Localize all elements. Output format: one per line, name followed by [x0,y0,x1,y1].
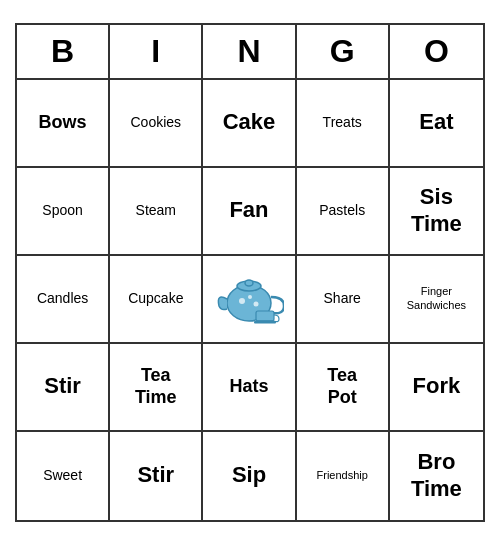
free-space [214,271,284,326]
bingo-card: B I N G O BowsCookiesCakeTreatsEatSpoonS… [15,23,485,522]
svg-point-4 [248,295,252,299]
bingo-cell-3: Treats [297,80,390,168]
cell-text-2: Cake [223,109,276,135]
cell-text-4: Eat [419,109,453,135]
bingo-cell-7: Fan [203,168,296,256]
cell-text-19: Fork [413,373,461,399]
bingo-cell-14: Finger Sandwiches [390,256,483,344]
cell-text-3: Treats [323,114,362,131]
svg-rect-8 [254,321,276,324]
bingo-cell-16: Tea Time [110,344,203,432]
bingo-cell-21: Stir [110,432,203,520]
bingo-cell-5: Spoon [17,168,110,256]
bingo-cell-18: Tea Pot [297,344,390,432]
bingo-cell-23: Friendship [297,432,390,520]
bingo-cell-12 [203,256,296,344]
cell-text-22: Sip [232,462,266,488]
cell-text-1: Cookies [130,114,181,131]
bingo-header: B I N G O [17,25,483,80]
bingo-cell-20: Sweet [17,432,110,520]
bingo-cell-13: Share [297,256,390,344]
header-b: B [17,25,110,78]
bingo-cell-17: Hats [203,344,296,432]
bingo-cell-10: Candles [17,256,110,344]
bingo-cell-4: Eat [390,80,483,168]
bingo-cell-11: Cupcake [110,256,203,344]
cell-text-10: Candles [37,290,88,307]
cell-text-7: Fan [229,197,268,223]
cell-text-13: Share [324,290,361,307]
cell-text-21: Stir [137,462,174,488]
bingo-cell-8: Pastels [297,168,390,256]
bingo-cell-22: Sip [203,432,296,520]
bingo-cell-1: Cookies [110,80,203,168]
bingo-cell-0: Bows [17,80,110,168]
cell-text-5: Spoon [42,202,82,219]
bingo-cell-6: Steam [110,168,203,256]
cell-text-24: Bro Time [411,449,462,502]
cell-text-11: Cupcake [128,290,183,307]
cell-text-9: Sis Time [411,184,462,237]
cell-text-8: Pastels [319,202,365,219]
header-g: G [297,25,390,78]
cell-text-16: Tea Time [135,365,177,408]
svg-point-2 [245,280,253,286]
svg-point-5 [253,302,258,307]
bingo-cell-19: Fork [390,344,483,432]
cell-text-23: Friendship [317,469,368,482]
bingo-cell-2: Cake [203,80,296,168]
cell-text-20: Sweet [43,467,82,484]
svg-point-3 [239,298,245,304]
cell-text-0: Bows [39,112,87,134]
header-i: I [110,25,203,78]
cell-text-15: Stir [44,373,81,399]
bingo-cell-9: Sis Time [390,168,483,256]
svg-rect-6 [256,311,274,321]
cell-text-6: Steam [136,202,176,219]
cell-text-17: Hats [229,376,268,398]
bingo-cell-24: Bro Time [390,432,483,520]
cell-text-14: Finger Sandwiches [407,285,466,311]
header-n: N [203,25,296,78]
cell-text-18: Tea Pot [327,365,357,408]
bingo-grid: BowsCookiesCakeTreatsEatSpoonSteamFanPas… [17,80,483,520]
header-o: O [390,25,483,78]
bingo-cell-15: Stir [17,344,110,432]
